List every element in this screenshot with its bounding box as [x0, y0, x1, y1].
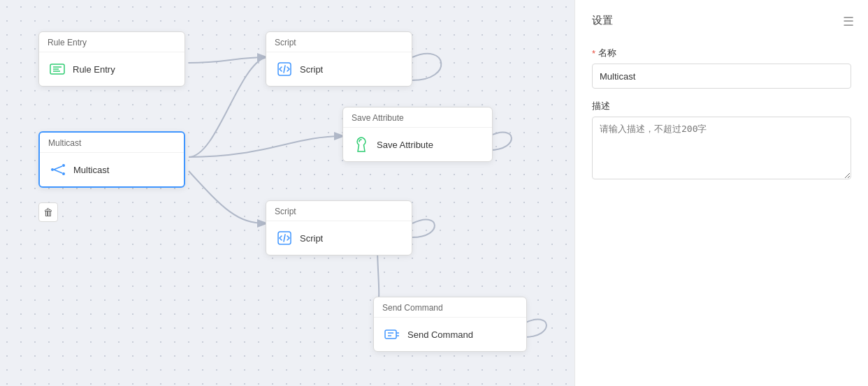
svg-line-10	[284, 66, 285, 73]
svg-point-4	[51, 168, 54, 171]
node-send-command[interactable]: Send Command Send Command	[373, 297, 527, 352]
node-multicast-header: Multicast	[40, 133, 184, 153]
node-send-command-header: Send Command	[374, 297, 526, 318]
node-script-bottom-label: Script	[300, 233, 323, 244]
name-input[interactable]	[592, 64, 851, 89]
settings-panel: 设置 ☰ * 名称 描述	[574, 0, 868, 386]
script-bottom-icon	[275, 228, 294, 248]
name-label-text: 名称	[598, 47, 616, 59]
node-save-attribute[interactable]: Save Attribute Save Attribute	[342, 107, 493, 162]
node-multicast-label: Multicast	[73, 165, 109, 175]
node-script-top-label: Script	[300, 64, 323, 75]
svg-rect-13	[385, 330, 396, 339]
node-script-top-header: Script	[266, 32, 412, 52]
desc-textarea[interactable]	[592, 117, 851, 179]
node-rule-entry-label: Rule Entry	[73, 64, 115, 75]
svg-point-5	[62, 164, 65, 167]
svg-line-7	[54, 166, 62, 170]
svg-line-12	[284, 235, 285, 242]
node-script-top[interactable]: Script Script	[266, 31, 412, 87]
name-field-label: * 名称	[592, 47, 851, 59]
node-save-attribute-header: Save Attribute	[343, 107, 492, 128]
svg-line-8	[54, 170, 62, 173]
node-rule-entry[interactable]: Rule Entry Rule Entry	[38, 31, 185, 87]
svg-point-6	[62, 172, 65, 175]
rule-entry-icon	[48, 59, 67, 79]
node-multicast[interactable]: Multicast Multicast	[38, 131, 185, 188]
node-save-attribute-label: Save Attribute	[377, 140, 433, 150]
settings-title: 设置	[592, 14, 613, 27]
script-top-icon	[275, 59, 294, 79]
save-attribute-icon	[352, 135, 371, 154]
delete-button[interactable]: 🗑	[38, 202, 58, 222]
node-rule-entry-header: Rule Entry	[39, 32, 185, 52]
node-script-bottom-header: Script	[266, 201, 412, 221]
desc-field-group: 描述	[592, 100, 851, 182]
node-script-bottom[interactable]: Script Script	[266, 200, 412, 255]
name-field-group: * 名称	[592, 47, 851, 89]
send-command-icon	[382, 325, 402, 344]
settings-menu-icon[interactable]: ☰	[843, 14, 854, 29]
multicast-icon	[48, 160, 68, 179]
canvas-area[interactable]: Rule Entry Rule Entry Multicast	[0, 0, 574, 386]
node-send-command-label: Send Command	[407, 329, 473, 340]
desc-label-text: 描述	[592, 100, 610, 112]
name-required-star: *	[592, 48, 595, 59]
desc-field-label: 描述	[592, 100, 851, 112]
